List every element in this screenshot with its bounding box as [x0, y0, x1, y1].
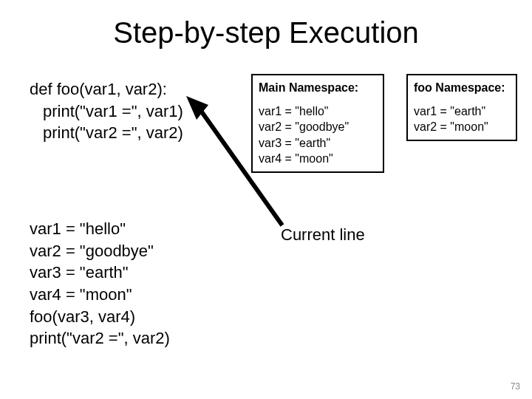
namespace-entry: var2 = "goodbye"	[259, 119, 377, 135]
code-line: print("var2 =", var2)	[30, 327, 170, 349]
code-line: def foo(var1, var2):	[30, 78, 183, 100]
svg-marker-1	[186, 96, 208, 120]
code-line: print("var2 =", var2)	[30, 122, 183, 144]
namespace-entry: var1 = "hello"	[259, 103, 377, 120]
code-block-foo-def: def foo(var1, var2): print("var1 =", var…	[30, 78, 183, 144]
code-line: print("var1 =", var1)	[30, 100, 183, 123]
code-line: var4 = "moon"	[30, 284, 170, 306]
namespace-entry: var1 = "earth"	[414, 103, 510, 120]
code-line: var2 = "goodbye"	[30, 240, 170, 262]
page-number: 73	[511, 381, 520, 392]
current-line-label: Current line	[281, 225, 365, 245]
namespace-entry: var3 = "earth"	[259, 135, 377, 151]
code-line: var1 = "hello"	[30, 218, 170, 240]
namespace-header: Main Namespace:	[259, 80, 377, 96]
namespace-box-foo: foo Namespace: var1 = "earth" var2 = "mo…	[406, 74, 517, 141]
namespace-entry: var4 = "moon"	[259, 151, 377, 167]
namespace-entry: var2 = "moon"	[414, 119, 510, 135]
page-title: Step-by-step Execution	[0, 16, 532, 50]
code-block-main: var1 = "hello" var2 = "goodbye" var3 = "…	[30, 218, 170, 349]
code-line: foo(var3, var4)	[30, 306, 170, 328]
slide: Step-by-step Execution def foo(var1, var…	[0, 0, 532, 399]
namespace-header: foo Namespace:	[414, 80, 510, 96]
code-line: var3 = "earth"	[30, 262, 170, 284]
namespace-box-main: Main Namespace: var1 = "hello" var2 = "g…	[251, 74, 384, 173]
